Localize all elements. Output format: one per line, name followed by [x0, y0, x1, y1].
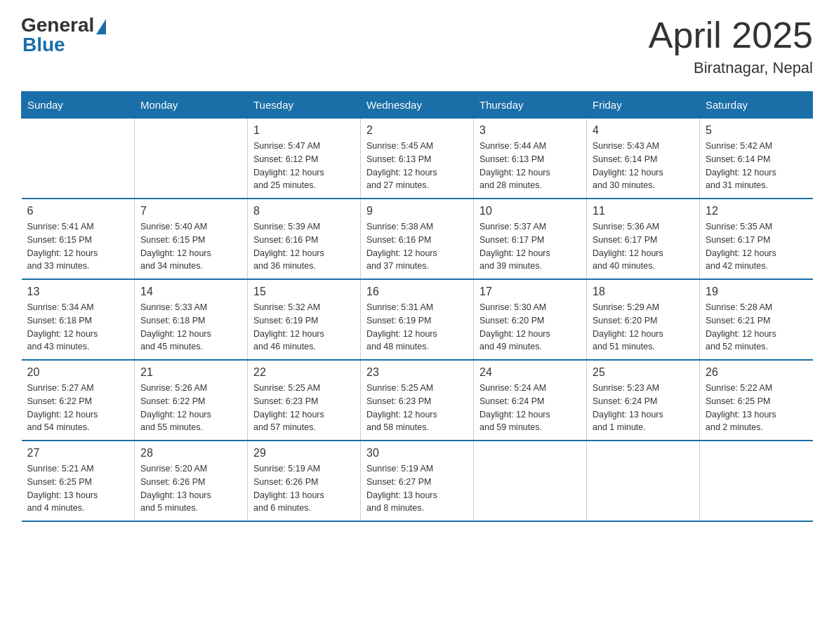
- day-number: 27: [27, 447, 129, 459]
- calendar-cell: 3Sunrise: 5:44 AMSunset: 6:13 PMDaylight…: [474, 119, 587, 199]
- calendar-cell: 4Sunrise: 5:43 AMSunset: 6:14 PMDaylight…: [587, 119, 700, 199]
- main-title: April 2025: [649, 14, 813, 56]
- day-info: Sunrise: 5:28 AMSunset: 6:21 PMDaylight:…: [706, 301, 807, 354]
- day-info: Sunrise: 5:38 AMSunset: 6:16 PMDaylight:…: [366, 220, 468, 273]
- day-info: Sunrise: 5:22 AMSunset: 6:25 PMDaylight:…: [706, 382, 807, 434]
- calendar-cell: 21Sunrise: 5:26 AMSunset: 6:22 PMDayligh…: [135, 360, 248, 441]
- calendar-cell: [135, 119, 248, 199]
- calendar-week-row: 1Sunrise: 5:47 AMSunset: 6:12 PMDaylight…: [22, 119, 813, 199]
- day-number: 13: [27, 286, 129, 298]
- calendar-cell: [22, 119, 135, 199]
- day-info: Sunrise: 5:26 AMSunset: 6:22 PMDaylight:…: [140, 382, 241, 434]
- day-info: Sunrise: 5:25 AMSunset: 6:23 PMDaylight:…: [253, 382, 355, 434]
- logo-blue-text: Blue: [22, 34, 65, 56]
- day-info: Sunrise: 5:24 AMSunset: 6:24 PMDaylight:…: [479, 382, 581, 434]
- calendar-cell: 9Sunrise: 5:38 AMSunset: 6:16 PMDaylight…: [361, 199, 474, 279]
- day-info: Sunrise: 5:32 AMSunset: 6:19 PMDaylight:…: [253, 301, 355, 354]
- day-header-thursday: Thursday: [474, 92, 587, 119]
- day-info: Sunrise: 5:19 AMSunset: 6:26 PMDaylight:…: [253, 462, 355, 515]
- day-info: Sunrise: 5:42 AMSunset: 6:14 PMDaylight:…: [706, 140, 807, 192]
- calendar-cell: [474, 441, 587, 521]
- calendar-cell: 6Sunrise: 5:41 AMSunset: 6:15 PMDaylight…: [22, 199, 135, 279]
- day-info: Sunrise: 5:20 AMSunset: 6:26 PMDaylight:…: [140, 462, 241, 515]
- day-number: 18: [593, 286, 694, 298]
- day-info: Sunrise: 5:47 AMSunset: 6:12 PMDaylight:…: [253, 140, 355, 192]
- calendar-cell: 14Sunrise: 5:33 AMSunset: 6:18 PMDayligh…: [135, 279, 248, 360]
- day-number: 14: [140, 286, 241, 298]
- day-number: 6: [27, 205, 129, 217]
- day-number: 10: [479, 205, 581, 217]
- subtitle: Biratnagar, Nepal: [649, 59, 813, 77]
- calendar-cell: 15Sunrise: 5:32 AMSunset: 6:19 PMDayligh…: [248, 279, 361, 360]
- day-info: Sunrise: 5:37 AMSunset: 6:17 PMDaylight:…: [479, 220, 581, 273]
- calendar-cell: 16Sunrise: 5:31 AMSunset: 6:19 PMDayligh…: [361, 279, 474, 360]
- calendar-cell: 19Sunrise: 5:28 AMSunset: 6:21 PMDayligh…: [700, 279, 813, 360]
- day-number: 28: [140, 447, 241, 459]
- day-info: Sunrise: 5:21 AMSunset: 6:25 PMDaylight:…: [27, 462, 129, 515]
- day-info: Sunrise: 5:31 AMSunset: 6:19 PMDaylight:…: [366, 301, 468, 354]
- day-number: 5: [706, 124, 807, 137]
- calendar-cell: 11Sunrise: 5:36 AMSunset: 6:17 PMDayligh…: [587, 199, 700, 279]
- calendar-week-row: 20Sunrise: 5:27 AMSunset: 6:22 PMDayligh…: [22, 360, 813, 441]
- day-number: 15: [253, 286, 355, 298]
- day-info: Sunrise: 5:36 AMSunset: 6:17 PMDaylight:…: [593, 220, 694, 273]
- page-header: General Blue April 2025 Biratnagar, Nepa…: [21, 14, 813, 77]
- calendar-cell: 1Sunrise: 5:47 AMSunset: 6:12 PMDaylight…: [248, 119, 361, 199]
- day-number: 3: [479, 124, 581, 137]
- calendar-cell: 20Sunrise: 5:27 AMSunset: 6:22 PMDayligh…: [22, 360, 135, 441]
- calendar-cell: 8Sunrise: 5:39 AMSunset: 6:16 PMDaylight…: [248, 199, 361, 279]
- calendar-cell: 10Sunrise: 5:37 AMSunset: 6:17 PMDayligh…: [474, 199, 587, 279]
- day-info: Sunrise: 5:23 AMSunset: 6:24 PMDaylight:…: [593, 382, 694, 434]
- day-number: 16: [366, 286, 468, 298]
- calendar-week-row: 27Sunrise: 5:21 AMSunset: 6:25 PMDayligh…: [22, 441, 813, 521]
- day-number: 26: [706, 366, 807, 379]
- calendar-cell: 28Sunrise: 5:20 AMSunset: 6:26 PMDayligh…: [135, 441, 248, 521]
- calendar-cell: 7Sunrise: 5:40 AMSunset: 6:15 PMDaylight…: [135, 199, 248, 279]
- calendar-cell: 25Sunrise: 5:23 AMSunset: 6:24 PMDayligh…: [587, 360, 700, 441]
- day-info: Sunrise: 5:25 AMSunset: 6:23 PMDaylight:…: [366, 382, 468, 434]
- day-info: Sunrise: 5:29 AMSunset: 6:20 PMDaylight:…: [593, 301, 694, 354]
- calendar-header-row: SundayMondayTuesdayWednesdayThursdayFrid…: [22, 92, 813, 119]
- day-number: 24: [479, 366, 581, 379]
- day-info: Sunrise: 5:33 AMSunset: 6:18 PMDaylight:…: [140, 301, 241, 354]
- day-number: 19: [706, 286, 807, 298]
- calendar-cell: 13Sunrise: 5:34 AMSunset: 6:18 PMDayligh…: [22, 279, 135, 360]
- day-number: 21: [140, 366, 241, 379]
- logo-triangle-icon: [96, 19, 106, 34]
- day-info: Sunrise: 5:44 AMSunset: 6:13 PMDaylight:…: [479, 140, 581, 192]
- day-header-wednesday: Wednesday: [361, 92, 474, 119]
- calendar-table: SundayMondayTuesdayWednesdayThursdayFrid…: [21, 91, 813, 522]
- calendar-cell: [587, 441, 700, 521]
- logo: General Blue: [21, 14, 106, 56]
- day-number: 1: [253, 124, 355, 137]
- calendar-week-row: 6Sunrise: 5:41 AMSunset: 6:15 PMDaylight…: [22, 199, 813, 279]
- day-header-sunday: Sunday: [22, 92, 135, 119]
- calendar-cell: 24Sunrise: 5:24 AMSunset: 6:24 PMDayligh…: [474, 360, 587, 441]
- calendar-cell: 30Sunrise: 5:19 AMSunset: 6:27 PMDayligh…: [361, 441, 474, 521]
- day-info: Sunrise: 5:35 AMSunset: 6:17 PMDaylight:…: [706, 220, 807, 273]
- calendar-cell: 17Sunrise: 5:30 AMSunset: 6:20 PMDayligh…: [474, 279, 587, 360]
- calendar-cell: 23Sunrise: 5:25 AMSunset: 6:23 PMDayligh…: [361, 360, 474, 441]
- day-header-tuesday: Tuesday: [248, 92, 361, 119]
- day-header-saturday: Saturday: [700, 92, 813, 119]
- day-number: 17: [479, 286, 581, 298]
- title-section: April 2025 Biratnagar, Nepal: [649, 14, 813, 77]
- day-number: 8: [253, 205, 355, 217]
- day-header-monday: Monday: [135, 92, 248, 119]
- calendar-cell: 12Sunrise: 5:35 AMSunset: 6:17 PMDayligh…: [700, 199, 813, 279]
- day-info: Sunrise: 5:39 AMSunset: 6:16 PMDaylight:…: [253, 220, 355, 273]
- calendar-week-row: 13Sunrise: 5:34 AMSunset: 6:18 PMDayligh…: [22, 279, 813, 360]
- calendar-cell: [700, 441, 813, 521]
- day-info: Sunrise: 5:40 AMSunset: 6:15 PMDaylight:…: [140, 220, 241, 273]
- calendar-cell: 27Sunrise: 5:21 AMSunset: 6:25 PMDayligh…: [22, 441, 135, 521]
- day-number: 29: [253, 447, 355, 459]
- day-number: 7: [140, 205, 241, 217]
- day-info: Sunrise: 5:43 AMSunset: 6:14 PMDaylight:…: [593, 140, 694, 192]
- day-number: 12: [706, 205, 807, 217]
- day-number: 30: [366, 447, 468, 459]
- day-info: Sunrise: 5:41 AMSunset: 6:15 PMDaylight:…: [27, 220, 129, 273]
- day-number: 23: [366, 366, 468, 379]
- day-info: Sunrise: 5:19 AMSunset: 6:27 PMDaylight:…: [366, 462, 468, 515]
- calendar-cell: 18Sunrise: 5:29 AMSunset: 6:20 PMDayligh…: [587, 279, 700, 360]
- day-number: 20: [27, 366, 129, 379]
